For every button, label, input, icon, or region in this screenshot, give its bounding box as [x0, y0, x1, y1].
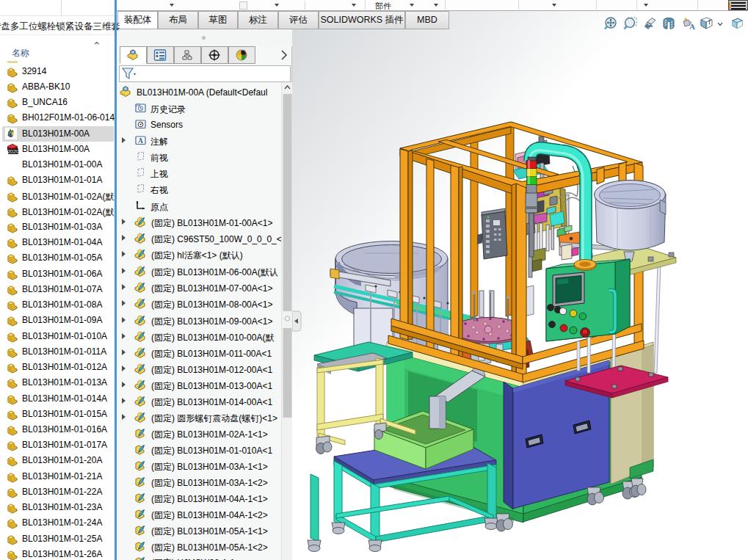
svg-text:A: A: [689, 22, 695, 31]
